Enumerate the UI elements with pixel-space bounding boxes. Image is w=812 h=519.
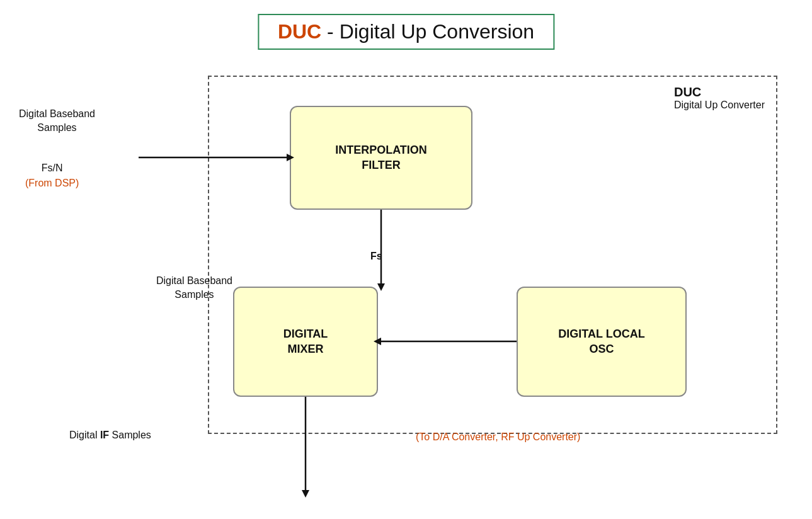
digital-local-osc-label: DIGITAL LOCALOSC [558,327,644,356]
title-dash: - [321,20,339,43]
digital-local-osc-block: DIGITAL LOCALOSC [517,287,687,397]
label-fs: Fs [370,251,382,262]
svg-marker-7 [302,490,309,498]
label-to-converter: (To D/A Converter, RF Up Converter) [416,431,580,443]
title-rest: Digital Up Conversion [340,20,534,43]
label-digital-if: Digital IF Samples [69,430,151,441]
page: DUC - Digital Up Conversion DUC Digital … [0,0,812,519]
label-if-bold: IF [100,430,109,440]
duc-label-title: DUC [674,85,765,100]
duc-label: DUC Digital Up Converter [674,85,765,111]
duc-label-sub: Digital Up Converter [674,100,765,111]
title-text: DUC - Digital Up Conversion [278,20,534,43]
digital-mixer-label: DIGITALMIXER [283,327,328,356]
digital-mixer-block: DIGITALMIXER [233,287,378,397]
label-from-dsp: (From DSP) [25,178,79,188]
title-duc: DUC [278,20,321,43]
interpolation-filter-label: INTERPOLATIONFILTER [335,143,427,173]
label-baseband-input: Digital BasebandSamples [19,107,95,135]
title-box: DUC - Digital Up Conversion [258,14,554,50]
interpolation-filter-block: INTERPOLATIONFILTER [290,106,472,210]
label-digital-baseband-below: Digital BasebandSamples [156,274,232,302]
label-fsn: Fs/N(From DSP) [25,161,79,191]
